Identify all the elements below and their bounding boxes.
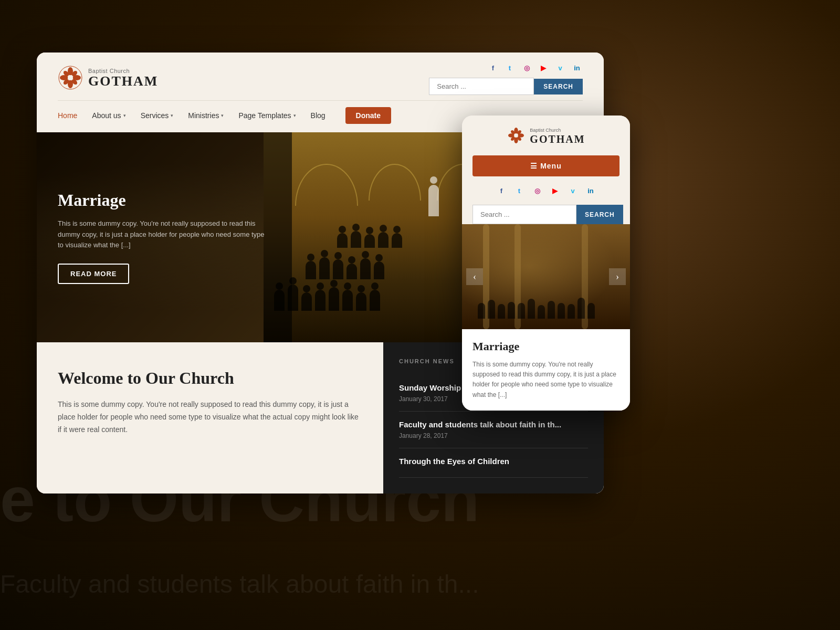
nav-home[interactable]: Home [58,111,77,120]
mobile-logo-title: GOTHAM [530,133,585,145]
mobile-slider-inner [462,224,630,329]
person [378,232,388,248]
person-sil [518,303,525,319]
person [351,231,361,248]
hero-title: Marriage [58,191,271,210]
hero-text: This is some dummy copy. You're not real… [58,218,271,251]
youtube-icon[interactable]: ▶ [538,62,549,74]
svg-point-18 [514,133,519,138]
person-sil [508,302,515,319]
slider-bg [462,224,630,329]
mobile-menu-button[interactable]: ☰ Menu [472,155,620,176]
welcome-section: Welcome to Our Church This is some dummy… [37,342,383,494]
person [346,264,357,279]
logo-title: GOTHAM [88,74,158,89]
welcome-text: This is some dummy copy. You're not real… [58,398,362,436]
mobile-logo-subtitle: Baptist Church [530,128,585,133]
nav-page-templates[interactable]: Page Templates ▾ [238,111,296,120]
mobile-search-button[interactable]: SEARCH [576,205,623,224]
desktop-logo: Baptist Church GOTHAM [58,65,158,92]
slider-next-button[interactable]: › [609,268,626,285]
hero-content: Marriage This is some dummy copy. You're… [37,132,292,342]
chevron-down-icon: ▾ [171,113,173,118]
pew-row [306,257,384,279]
nav-donate-button[interactable]: Donate [345,107,391,124]
person [360,258,371,279]
slider-people [478,298,595,319]
facebook-icon[interactable]: f [487,62,499,74]
person [315,290,326,311]
person [337,233,348,248]
person [319,257,330,279]
header-top: Baptist Church GOTHAM f t ◎ ▶ v in SEARC… [58,52,583,100]
mobile-youtube-icon[interactable]: ▶ [549,185,561,196]
person-sil [498,304,505,319]
linkedin-icon[interactable]: in [571,62,583,74]
church-arch [295,164,358,206]
person [356,292,366,311]
search-input[interactable] [429,78,534,95]
news-item-title: Through the Eyes of Children [399,457,588,466]
mobile-vimeo-icon[interactable]: v [567,185,579,196]
person [370,290,380,311]
logo-text: Baptist Church GOTHAM [88,68,158,89]
person-sil [478,303,485,319]
church-arch [369,164,421,201]
person-sil [558,303,565,319]
person-sil [488,300,495,319]
priest-figure [428,185,439,216]
mobile-card-text: This is some dummy copy. You're not real… [472,360,620,400]
mobile-twitter-icon[interactable]: t [513,185,525,196]
person-sil [548,301,555,319]
nav-blog[interactable]: Blog [311,111,326,120]
mobile-card: Baptist Church GOTHAM ☰ Menu f t ◎ ▶ v i… [462,116,630,411]
mobile-logo-text: Baptist Church GOTHAM [530,128,585,145]
slider-prev-button[interactable]: ‹ [466,268,483,285]
read-more-button[interactable]: READ MORE [58,264,129,284]
news-item-2[interactable]: Faculty and students talk about faith in… [399,412,588,448]
mobile-header: Baptist Church GOTHAM ☰ Menu f t ◎ ▶ v i… [462,116,630,224]
mobile-slider: ‹ › [462,224,630,329]
pew-row [337,231,402,248]
person [392,233,402,248]
person-sil [538,305,545,319]
chevron-down-icon: ▾ [221,113,224,118]
nav-services[interactable]: Services ▾ [141,111,174,120]
nav-about[interactable]: About us ▾ [92,111,125,120]
mobile-logo-icon [507,126,526,147]
twitter-icon[interactable]: t [504,62,516,74]
mobile-social-icons: f t ◎ ▶ v in [496,185,596,196]
mobile-card-content: Marriage This is some dummy copy. You're… [462,329,630,411]
news-item-date: January 28, 2017 [399,432,588,439]
search-button[interactable]: SEARCH [534,79,583,94]
news-item-3[interactable]: Through the Eyes of Children [399,448,588,478]
search-bar: SEARCH [429,78,583,95]
person-sil [568,304,575,319]
logo-icon [58,65,83,92]
mobile-instagram-icon[interactable]: ◎ [531,185,543,196]
person [364,234,375,248]
nav-ministries[interactable]: Ministries ▾ [188,111,224,120]
chevron-down-icon: ▾ [293,113,296,118]
person [374,261,384,279]
person [329,287,339,311]
instagram-icon[interactable]: ◎ [521,62,532,74]
person [301,292,312,311]
mobile-facebook-icon[interactable]: f [496,185,507,196]
mobile-search-bar: SEARCH [472,205,620,224]
news-item-title: Faculty and students talk about faith in… [399,420,588,429]
welcome-title: Welcome to Our Church [58,369,362,388]
person-sil [528,299,535,319]
person [333,259,343,279]
person [306,261,316,279]
chevron-down-icon: ▾ [123,113,126,118]
mobile-linkedin-icon[interactable]: in [585,185,596,196]
mobile-logo: Baptist Church GOTHAM [507,126,585,147]
vimeo-icon[interactable]: v [554,62,566,74]
person-sil [587,303,595,319]
person-sil [578,298,585,319]
header-right: f t ◎ ▶ v in SEARCH [429,62,583,95]
person [342,290,353,311]
mobile-search-input[interactable] [472,205,576,224]
social-icons: f t ◎ ▶ v in [487,62,583,74]
